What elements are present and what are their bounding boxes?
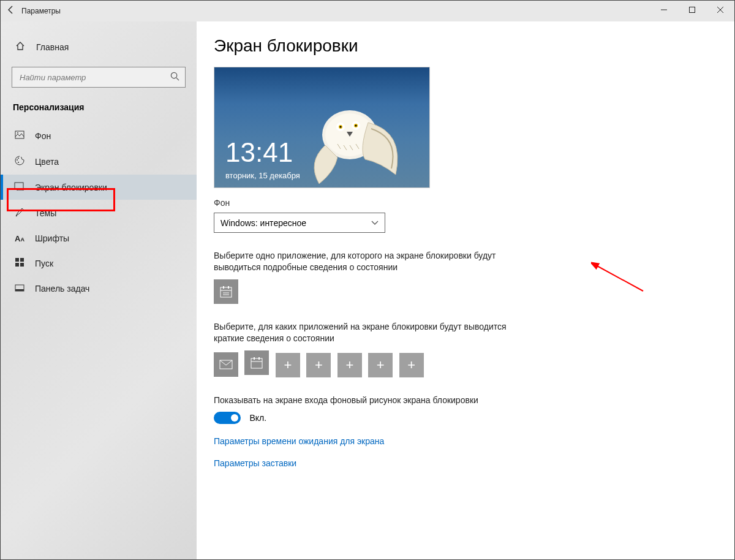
sidebar-item-label: Фон bbox=[35, 131, 51, 141]
font-icon: AA bbox=[13, 234, 26, 243]
svg-rect-32 bbox=[221, 287, 232, 297]
titlebar: Параметры bbox=[1, 1, 734, 21]
sidebar-item-label: Шрифты bbox=[35, 233, 69, 243]
page-heading: Экран блокировки bbox=[214, 36, 710, 56]
main-content: Экран блокировки 13:41 вторник, 15 bbox=[197, 21, 734, 559]
calendar-icon bbox=[219, 285, 233, 298]
sidebar-item-label: Панель задач bbox=[35, 284, 89, 293]
plus-icon: + bbox=[407, 357, 415, 373]
start-icon bbox=[13, 258, 26, 268]
calendar-icon bbox=[250, 356, 263, 369]
sidebar-item-label: Темы bbox=[35, 208, 56, 218]
quick-app-add-5[interactable]: + bbox=[399, 353, 424, 377]
toggle-knob bbox=[231, 414, 238, 422]
svg-rect-1 bbox=[690, 7, 695, 13]
background-dropdown[interactable]: Windows: интересное bbox=[214, 213, 385, 233]
screensaver-link[interactable]: Параметры заставки bbox=[214, 458, 710, 468]
mail-icon bbox=[219, 360, 233, 369]
plus-icon: + bbox=[284, 357, 292, 373]
sidebar-item-start[interactable]: Пуск bbox=[1, 251, 197, 276]
category-title: Персонализация bbox=[1, 99, 197, 123]
owl-image bbox=[295, 101, 411, 187]
svg-point-10 bbox=[18, 162, 19, 163]
window-title: Параметры bbox=[21, 7, 61, 15]
minimize-button[interactable] bbox=[650, 1, 678, 21]
home-icon bbox=[13, 41, 28, 53]
lockscreen-preview[interactable]: 13:41 вторник, 15 декабря bbox=[214, 67, 430, 188]
plus-icon: + bbox=[377, 357, 385, 373]
svg-point-26 bbox=[355, 125, 357, 127]
preview-date: вторник, 15 декабря bbox=[225, 171, 300, 180]
svg-rect-18 bbox=[15, 289, 24, 291]
lockscreen-icon bbox=[13, 182, 26, 192]
sidebar-item-lockscreen[interactable]: Экран блокировки bbox=[1, 175, 197, 200]
quick-app-add-2[interactable]: + bbox=[306, 353, 331, 377]
svg-rect-14 bbox=[20, 258, 24, 262]
preview-time: 13:41 bbox=[225, 137, 293, 168]
signin-bg-label: Показывать на экране входа фоновый рисун… bbox=[214, 395, 520, 406]
brush-icon bbox=[13, 207, 26, 219]
svg-rect-39 bbox=[251, 358, 262, 368]
dropdown-value: Windows: интересное bbox=[221, 218, 306, 228]
sidebar-home-label: Главная bbox=[36, 42, 69, 52]
sidebar-item-label: Цвета bbox=[35, 157, 59, 167]
search-icon bbox=[170, 72, 179, 83]
sidebar-item-background[interactable]: Фон bbox=[1, 123, 197, 148]
sidebar-item-fonts[interactable]: AA Шрифты bbox=[1, 226, 197, 251]
search-box[interactable] bbox=[12, 67, 186, 88]
sidebar: Главная Персонализация Фон Цвета Экран б… bbox=[1, 21, 197, 559]
palette-icon bbox=[13, 156, 26, 167]
plus-icon: + bbox=[345, 357, 353, 373]
maximize-button[interactable] bbox=[678, 1, 706, 21]
svg-rect-11 bbox=[15, 183, 23, 189]
svg-point-9 bbox=[18, 157, 19, 159]
svg-rect-15 bbox=[15, 263, 19, 267]
svg-point-23 bbox=[340, 126, 342, 128]
background-label: Фон bbox=[214, 198, 710, 208]
svg-point-4 bbox=[171, 72, 176, 78]
plus-icon: + bbox=[315, 357, 323, 373]
close-button[interactable] bbox=[706, 1, 734, 21]
taskbar-icon bbox=[13, 283, 26, 293]
sidebar-item-label: Экран блокировки bbox=[35, 183, 107, 192]
detailed-app-button[interactable] bbox=[214, 279, 238, 304]
sidebar-home[interactable]: Главная bbox=[1, 35, 197, 59]
signin-bg-toggle[interactable] bbox=[214, 412, 241, 424]
quick-app-add-3[interactable]: + bbox=[337, 353, 362, 377]
svg-rect-16 bbox=[20, 263, 24, 267]
screen-timeout-link[interactable]: Параметры времени ожидания для экрана bbox=[214, 436, 710, 446]
sidebar-item-taskbar[interactable]: Панель задач bbox=[1, 276, 197, 301]
svg-point-7 bbox=[17, 132, 18, 134]
chevron-down-icon bbox=[371, 219, 379, 227]
sidebar-item-colors[interactable]: Цвета bbox=[1, 148, 197, 175]
svg-line-5 bbox=[176, 78, 179, 80]
svg-point-8 bbox=[17, 159, 18, 161]
svg-rect-13 bbox=[15, 258, 19, 262]
sidebar-item-label: Пуск bbox=[35, 259, 53, 268]
quick-app-calendar[interactable] bbox=[244, 350, 269, 375]
svg-rect-12 bbox=[17, 189, 23, 191]
search-input[interactable] bbox=[12, 67, 186, 88]
picture-icon bbox=[13, 131, 26, 141]
quick-app-add-1[interactable]: + bbox=[276, 353, 300, 377]
sidebar-item-themes[interactable]: Темы bbox=[1, 200, 197, 226]
quick-app-add-4[interactable]: + bbox=[368, 353, 393, 377]
detailed-status-label: Выберите одно приложение, для которого н… bbox=[214, 250, 520, 273]
toggle-state-label: Вкл. bbox=[249, 413, 266, 423]
back-button[interactable] bbox=[1, 5, 21, 18]
quick-app-mail[interactable] bbox=[214, 352, 238, 377]
quick-status-label: Выберите, для каких приложений на экране… bbox=[214, 321, 520, 344]
